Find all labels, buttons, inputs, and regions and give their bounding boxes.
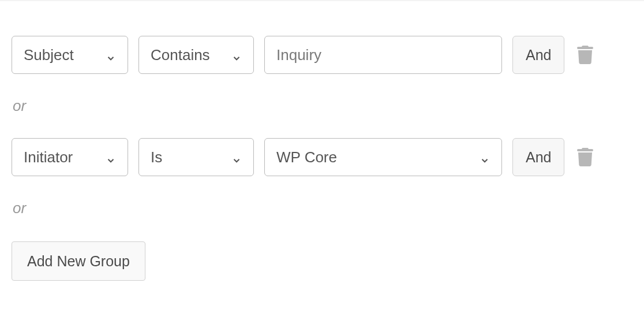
trash-icon[interactable] bbox=[577, 147, 593, 167]
rule-row: Initiator Is WP Core And bbox=[12, 138, 632, 176]
and-button[interactable]: And bbox=[512, 138, 564, 176]
value-input[interactable] bbox=[276, 46, 490, 64]
or-separator: or bbox=[12, 199, 632, 217]
add-new-group-button[interactable]: Add New Group bbox=[12, 241, 145, 281]
value-select[interactable]: WP Core bbox=[264, 138, 502, 176]
and-button-label: And bbox=[526, 149, 551, 166]
chevron-down-icon bbox=[106, 152, 116, 162]
field-select[interactable]: Subject bbox=[12, 36, 128, 74]
chevron-down-icon bbox=[106, 50, 116, 60]
operator-label: Contains bbox=[151, 46, 210, 64]
operator-label: Is bbox=[151, 148, 162, 166]
operator-select[interactable]: Contains bbox=[138, 36, 254, 74]
rule-row: Subject Contains And bbox=[12, 36, 632, 74]
value-label: WP Core bbox=[276, 148, 337, 166]
field-label: Subject bbox=[24, 46, 74, 64]
and-button-label: And bbox=[526, 47, 551, 64]
add-new-group-label: Add New Group bbox=[27, 253, 130, 270]
field-select[interactable]: Initiator bbox=[12, 138, 128, 176]
and-button[interactable]: And bbox=[512, 36, 564, 74]
chevron-down-icon bbox=[231, 152, 242, 162]
or-separator: or bbox=[12, 97, 632, 115]
chevron-down-icon bbox=[480, 152, 490, 162]
field-label: Initiator bbox=[24, 148, 73, 166]
value-input-wrapper bbox=[264, 36, 502, 74]
operator-select[interactable]: Is bbox=[138, 138, 254, 176]
trash-icon[interactable] bbox=[577, 45, 593, 65]
chevron-down-icon bbox=[231, 50, 242, 60]
